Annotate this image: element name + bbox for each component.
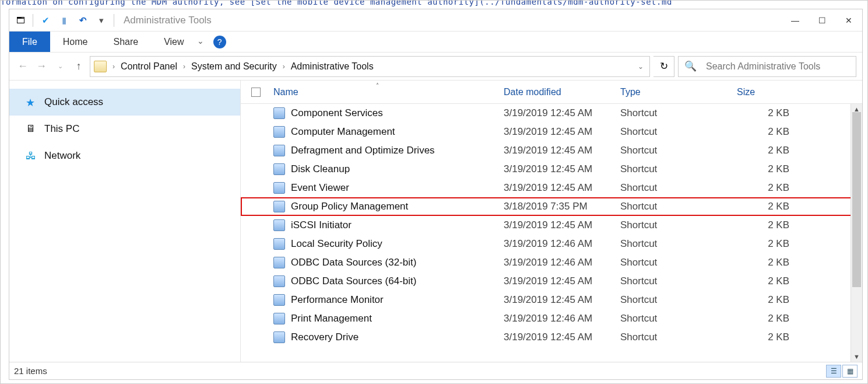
maximize-button[interactable]: ☐ (809, 12, 835, 29)
sort-asc-icon: ˄ (376, 82, 379, 89)
file-name: iSCSI Initiator (291, 219, 504, 231)
nav-network[interactable]: 🖧 Network (9, 142, 240, 169)
file-size: 2 KB (737, 294, 795, 306)
body: ★ Quick access 🖥 This PC 🖧 Network ˄ Nam… (9, 81, 862, 362)
minimize-button[interactable]: — (782, 12, 809, 29)
pc-icon: 🖥 (26, 123, 37, 135)
scroll-thumb[interactable] (852, 112, 861, 287)
file-name: Print Management (291, 313, 504, 324)
shortcut-icon (273, 238, 285, 250)
shortcut-icon (273, 145, 285, 156)
file-date: 3/19/2019 12:45 AM (504, 219, 620, 231)
file-row[interactable]: iSCSI Initiator3/19/2019 12:45 AMShortcu… (241, 216, 862, 235)
file-row[interactable]: Computer Management3/19/2019 12:45 AMSho… (241, 123, 862, 141)
file-name: Disk Cleanup (291, 163, 504, 175)
file-row[interactable]: Component Services3/19/2019 12:45 AMShor… (241, 104, 862, 123)
nav-label: Network (44, 150, 80, 162)
forward-button[interactable]: → (34, 59, 49, 74)
file-name: Defragment and Optimize Drives (291, 145, 504, 156)
address-bar[interactable]: › Control Panel › System and Security › … (90, 56, 650, 77)
checkmark-icon[interactable]: ✔ (39, 14, 52, 27)
file-type: Shortcut (620, 163, 737, 175)
network-icon: 🖧 (26, 150, 37, 162)
file-row[interactable]: Performance Monitor3/19/2019 12:45 AMSho… (241, 291, 862, 309)
file-size: 2 KB (737, 107, 795, 119)
breadcrumb-seg[interactable]: Control Panel (120, 61, 178, 72)
file-row[interactable]: Local Security Policy3/19/2019 12:46 AMS… (241, 235, 862, 253)
icons-view-button[interactable]: ▦ (842, 365, 858, 378)
help-icon[interactable]: ? (213, 36, 226, 48)
file-row[interactable]: Print Management3/19/2019 12:46 AMShortc… (241, 309, 862, 328)
tab-view[interactable]: View (151, 32, 196, 52)
details-view-button[interactable]: ☰ (826, 365, 841, 378)
chevron-right-icon[interactable]: › (110, 62, 117, 71)
file-date: 3/18/2019 7:35 PM (504, 201, 620, 212)
file-type: Shortcut (620, 313, 737, 324)
expand-ribbon-icon[interactable]: ⌄ (197, 36, 204, 52)
file-name: Group Policy Management (291, 201, 504, 212)
recent-locations-icon[interactable]: ⌄ (52, 59, 68, 74)
file-type: Shortcut (620, 294, 737, 306)
file-row[interactable]: Recovery Drive3/19/2019 12:45 AMShortcut… (241, 328, 862, 347)
file-type: Shortcut (620, 201, 737, 212)
file-type: Shortcut (620, 331, 737, 343)
file-row[interactable]: ODBC Data Sources (32-bit)3/19/2019 12:4… (241, 253, 862, 272)
scrollbar[interactable]: ▲ ▼ (851, 104, 862, 362)
file-type: Shortcut (620, 275, 737, 287)
separator (114, 14, 114, 27)
file-date: 3/19/2019 12:45 AM (504, 331, 620, 343)
file-row[interactable]: Defragment and Optimize Drives3/19/2019 … (241, 141, 862, 160)
search-box[interactable]: 🔍 (678, 56, 856, 77)
refresh-button[interactable]: ↻ (653, 56, 674, 77)
file-name: Recovery Drive (291, 331, 504, 343)
file-date: 3/19/2019 12:45 AM (504, 163, 620, 175)
file-date: 3/19/2019 12:46 AM (504, 313, 620, 324)
status-bar: 21 items ☰ ▦ (9, 362, 862, 379)
file-size: 2 KB (737, 126, 795, 138)
background-text: formation on configuring the MDM authori… (1, 0, 867, 6)
file-type: Shortcut (620, 238, 737, 250)
quick-access-toolbar: 🗔 ✔ ▮ ↶ ▾ (9, 14, 119, 27)
tab-home[interactable]: Home (50, 32, 101, 52)
properties-icon[interactable]: 🗔 (14, 14, 27, 27)
column-name[interactable]: ˄ Name (273, 87, 504, 97)
tab-share[interactable]: Share (100, 32, 151, 52)
select-all-checkbox[interactable] (251, 88, 261, 97)
customize-qat-icon[interactable]: ▾ (95, 14, 108, 27)
file-type: Shortcut (620, 257, 737, 268)
search-input[interactable] (705, 61, 850, 72)
file-date: 3/19/2019 12:46 AM (504, 257, 620, 268)
chevron-down-icon[interactable]: ⌄ (635, 62, 646, 71)
shortcut-icon (273, 331, 285, 343)
breadcrumb-seg[interactable]: Administrative Tools (290, 61, 375, 72)
scroll-down-icon[interactable]: ▼ (851, 351, 862, 362)
nav-this-pc[interactable]: 🖥 This PC (9, 116, 240, 142)
shortcut-icon (273, 126, 285, 138)
undo-icon[interactable]: ↶ (76, 14, 89, 27)
column-type[interactable]: Type (620, 87, 737, 97)
back-button[interactable]: ← (15, 59, 30, 74)
file-row[interactable]: Disk Cleanup3/19/2019 12:45 AMShortcut2 … (241, 160, 862, 179)
column-label: Name (273, 87, 298, 97)
file-size: 2 KB (737, 275, 795, 287)
folder-icon[interactable]: ▮ (58, 14, 71, 27)
file-date: 3/19/2019 12:46 AM (504, 238, 620, 250)
tab-file[interactable]: File (9, 32, 50, 52)
close-button[interactable]: ✕ (835, 12, 862, 29)
address-bar-row: ← → ⌄ ↑ › Control Panel › System and Sec… (9, 53, 862, 81)
file-row[interactable]: Event Viewer3/19/2019 12:45 AMShortcut2 … (241, 179, 862, 197)
file-date: 3/19/2019 12:45 AM (504, 275, 620, 287)
breadcrumb-seg[interactable]: System and Security (190, 61, 278, 72)
up-button[interactable]: ↑ (71, 59, 86, 74)
column-date[interactable]: Date modified (504, 87, 620, 97)
file-name: Local Security Policy (291, 238, 504, 250)
nav-label: Quick access (44, 96, 103, 108)
chevron-right-icon[interactable]: › (181, 62, 188, 71)
location-icon (94, 61, 107, 72)
file-row[interactable]: Group Policy Management3/18/2019 7:35 PM… (241, 197, 862, 216)
file-row[interactable]: ODBC Data Sources (64-bit)3/19/2019 12:4… (241, 272, 862, 291)
column-size[interactable]: Size (737, 87, 818, 97)
nav-quick-access[interactable]: ★ Quick access (9, 89, 240, 116)
chevron-right-icon[interactable]: › (280, 62, 287, 71)
file-size: 2 KB (737, 145, 795, 156)
